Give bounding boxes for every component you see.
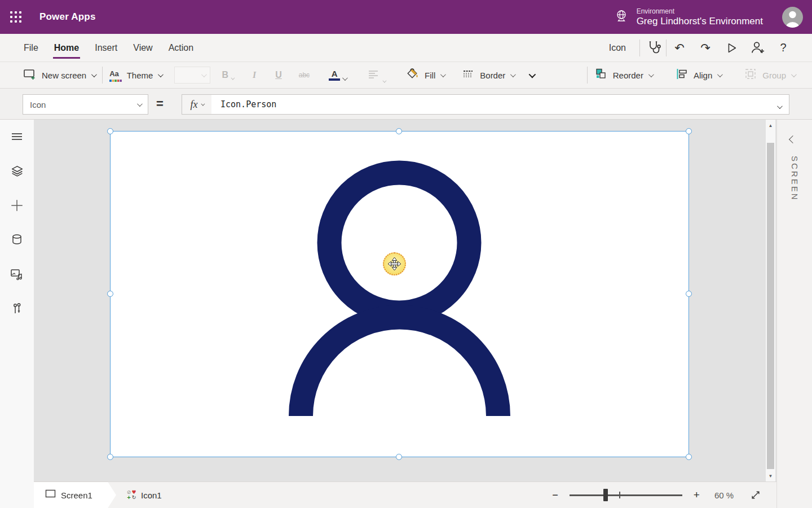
screen-canvas[interactable] (111, 132, 689, 457)
menu-action[interactable]: Action (161, 34, 201, 62)
environment-name: Greg Lindhorst's Environment (637, 15, 763, 27)
zoom-out-button[interactable]: − (548, 489, 563, 501)
chevron-down-icon (382, 79, 386, 83)
align-button[interactable]: Align (668, 67, 728, 83)
ribbon-toolbar: New screen Aa Theme B I U abc A (0, 62, 812, 89)
chevron-down-icon (648, 72, 654, 77)
resize-handle[interactable] (396, 128, 402, 134)
insert-plus-icon[interactable] (10, 198, 24, 213)
group-icon (744, 67, 757, 83)
chevron-down-icon (91, 72, 97, 77)
hamburger-menu-icon[interactable] (10, 129, 24, 144)
equals-sign: = (156, 97, 164, 111)
globe-icon (614, 8, 629, 25)
theme-button[interactable]: Aa Theme (103, 68, 169, 82)
scrollbar-thumb[interactable] (767, 143, 774, 469)
scroll-up-icon[interactable]: ▲ (766, 121, 775, 130)
play-preview-icon[interactable] (718, 34, 744, 62)
screen-icon (45, 489, 56, 501)
chevron-down-icon (791, 72, 797, 77)
fx-dropdown[interactable]: fx (182, 94, 212, 115)
reorder-button[interactable]: Reorder (588, 67, 659, 83)
redo-icon[interactable]: ↷ (692, 34, 718, 62)
resize-handle[interactable] (107, 454, 113, 460)
theme-icon: Aa (109, 68, 122, 82)
tree-view-layers-icon[interactable] (10, 164, 24, 178)
more-formatting-icon[interactable] (521, 70, 542, 80)
zoom-slider-thumb[interactable] (603, 489, 608, 501)
border-button[interactable]: Border (454, 67, 521, 83)
strikethrough-button: abc (293, 71, 315, 79)
share-person-add-icon[interactable] (744, 34, 770, 62)
app-checker-icon[interactable] (640, 34, 666, 62)
workspace: ▲ ▼ (0, 120, 812, 508)
resize-handle[interactable] (396, 454, 402, 460)
property-value: Icon (30, 100, 46, 110)
property-dropdown[interactable]: Icon (23, 94, 148, 115)
formula-input[interactable] (211, 94, 789, 115)
breadcrumb-screen-tab[interactable]: Screen1 (34, 482, 116, 508)
menu-bar: File Home Insert View Action Icon ↶ ↷ (0, 34, 812, 62)
expand-panel-chevron-icon[interactable] (790, 134, 799, 143)
resize-handle[interactable] (686, 291, 692, 297)
breadcrumb-icon-tab[interactable]: ⊘ ♥ + ↻ Icon1 (126, 490, 162, 500)
text-align-icon (367, 67, 380, 83)
undo-icon[interactable]: ↶ (667, 34, 692, 62)
zoom-in-button[interactable]: + (689, 489, 704, 501)
new-screen-button[interactable]: New screen (16, 67, 102, 84)
fill-bucket-icon (405, 67, 420, 84)
resize-handle[interactable] (686, 128, 692, 134)
chevron-down-icon (231, 76, 235, 80)
user-avatar[interactable] (782, 7, 803, 28)
resize-handle[interactable] (107, 291, 113, 297)
status-bar: Screen1 ⊘ ♥ + ↻ Icon1 − + 60 % (34, 481, 776, 508)
waffle-menu-icon[interactable] (0, 0, 32, 34)
new-screen-icon (23, 67, 37, 84)
bold-button: B (216, 70, 239, 80)
person-icon-control[interactable] (111, 132, 689, 457)
menu-view[interactable]: View (125, 34, 160, 62)
fit-to-window-icon[interactable] (748, 488, 763, 502)
context-label: Icon (609, 43, 626, 53)
icon-control-icon: ⊘ ♥ + ↻ (126, 490, 136, 500)
italic-button: I (247, 70, 262, 80)
chevron-down-icon (342, 75, 348, 81)
chevron-down-icon (201, 72, 207, 77)
resize-handle[interactable] (686, 454, 692, 460)
move-cursor-icon (383, 252, 406, 275)
font-color-icon: A (329, 70, 340, 81)
environment-picker[interactable]: Environment Greg Lindhorst's Environment (614, 7, 763, 27)
media-icon[interactable] (10, 267, 24, 282)
resize-handle[interactable] (107, 128, 113, 134)
underline-button: U (270, 70, 288, 80)
menu-insert[interactable]: Insert (87, 34, 125, 62)
chevron-down-icon (137, 101, 143, 107)
left-rail (0, 120, 34, 508)
formula-expand-chevron-icon[interactable] (777, 101, 781, 111)
app-header: Power Apps Environment Greg Lindhorst's … (0, 0, 812, 34)
group-button: Group (737, 67, 802, 83)
advanced-tools-icon[interactable] (10, 301, 24, 316)
data-sources-icon[interactable] (10, 233, 24, 247)
zoom-slider[interactable] (570, 488, 682, 502)
fill-button[interactable]: Fill (399, 67, 451, 84)
zoom-controls: − + 60 % (548, 488, 776, 502)
menu-file[interactable]: File (16, 34, 46, 62)
zoom-value: 60 (714, 491, 724, 500)
canvas-area[interactable]: ▲ ▼ (34, 120, 766, 481)
help-icon[interactable]: ? (770, 34, 796, 62)
font-color-button[interactable]: A (323, 70, 352, 81)
app-title: Power Apps (39, 11, 96, 23)
chevron-down-icon (510, 72, 516, 77)
align-icon (675, 67, 689, 83)
right-panel-title: SCREEN (790, 156, 800, 202)
border-icon (461, 67, 475, 83)
zoom-slider-tick (619, 492, 620, 498)
icon-tab-label: Icon1 (141, 491, 162, 500)
scroll-down-icon[interactable]: ▼ (766, 471, 775, 480)
chevron-down-icon (201, 102, 205, 106)
vertical-scrollbar[interactable]: ▲ ▼ (766, 120, 775, 481)
font-size-dropdown (174, 67, 210, 84)
chevron-down-icon (717, 72, 723, 77)
menu-home[interactable]: Home (46, 34, 87, 62)
